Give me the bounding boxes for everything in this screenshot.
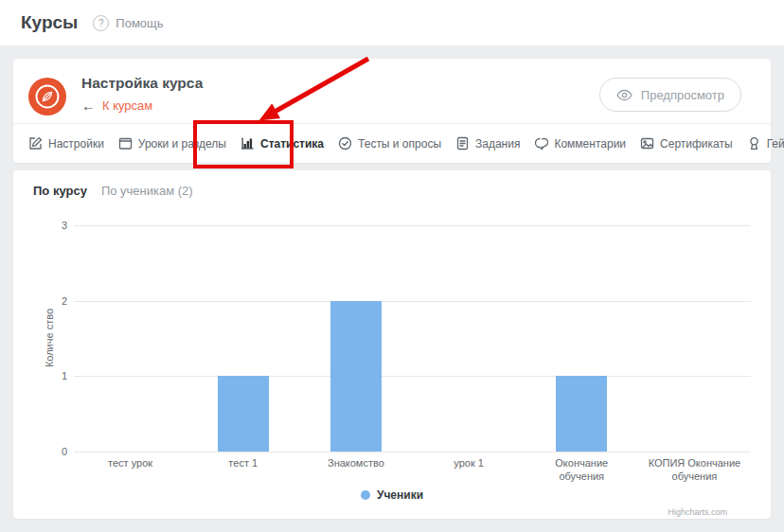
- help-button[interactable]: ? Помощь: [93, 15, 163, 31]
- clipboard-icon: [455, 136, 470, 151]
- course-logo-icon: [28, 78, 66, 115]
- tab-settings[interactable]: Настройки: [28, 136, 104, 151]
- x-axis-label: КОПИЯ Окончание обучения: [638, 456, 751, 483]
- eye-icon: [616, 89, 633, 101]
- gridline: [74, 225, 751, 226]
- course-header-card: Настройка курса ← К курсам Предпросмотр …: [13, 59, 771, 163]
- y-axis-tick: 2: [13, 295, 67, 307]
- y-axis-tick: 1: [13, 370, 67, 381]
- y-axis-title: Количе ство: [44, 295, 55, 381]
- tab-certificates[interactable]: Сертификаты: [640, 136, 733, 151]
- comments-icon: [534, 136, 548, 151]
- tab-label: Комментарии: [554, 137, 626, 151]
- x-axis-label: урок 1: [413, 456, 526, 470]
- chart-bar[interactable]: [330, 301, 382, 452]
- help-icon: ?: [93, 15, 109, 31]
- help-label: Помощь: [116, 16, 163, 30]
- x-axis-label: тест 1: [187, 456, 299, 470]
- x-axis-label: Окончание обучения: [526, 456, 638, 483]
- tab-label: Тесты и опросы: [358, 137, 441, 151]
- preview-button[interactable]: Предпросмотр: [599, 78, 741, 112]
- y-axis-tick: 3: [13, 220, 67, 231]
- statistics-card: По курсу По ученикам (2) Количе ство Уче…: [13, 170, 771, 519]
- course-tabs: Настройки Уроки и разделы Статистика: [13, 124, 771, 163]
- legend-item-students[interactable]: Ученики: [13, 488, 771, 502]
- back-to-courses-link[interactable]: ← К курсам: [81, 98, 152, 114]
- preview-button-label: Предпросмотр: [641, 88, 724, 102]
- tab-tests[interactable]: Тесты и опросы: [338, 136, 441, 151]
- chart-bar[interactable]: [218, 376, 269, 452]
- tab-label: Статистика: [260, 137, 324, 151]
- legend-marker: [361, 490, 370, 500]
- chart-bar[interactable]: [556, 376, 607, 452]
- calendar-icon: [118, 136, 133, 151]
- check-circle-icon: [338, 136, 352, 151]
- x-axis-label: тест урок: [74, 456, 187, 470]
- y-axis-tick: 0: [13, 446, 67, 457]
- page-title: Курсы: [21, 12, 78, 33]
- gridline: [74, 376, 751, 377]
- gridline: [74, 301, 751, 302]
- course-title: Настройка курса: [81, 75, 203, 92]
- tab-lessons[interactable]: Уроки и разделы: [118, 136, 226, 151]
- edit-icon: [28, 136, 43, 151]
- tab-gamification[interactable]: Геймификация: [747, 136, 784, 151]
- bar-chart-icon: [241, 136, 255, 151]
- gridline: [74, 452, 751, 452]
- legend-label: Ученики: [377, 488, 423, 502]
- certificate-icon: [640, 136, 654, 151]
- medal-icon: [747, 136, 761, 151]
- highcharts-credit[interactable]: Highcharts.com: [668, 507, 727, 517]
- tab-label: Сертификаты: [660, 137, 733, 151]
- tab-label: Настройки: [48, 137, 104, 151]
- tab-label: Геймификация: [767, 137, 784, 151]
- tab-label: Задания: [475, 137, 520, 151]
- back-arrow-icon: ←: [81, 98, 96, 114]
- tab-assignments[interactable]: Задания: [455, 136, 520, 151]
- tab-comments[interactable]: Комментарии: [534, 136, 626, 151]
- tab-label: Уроки и разделы: [138, 137, 226, 151]
- chart: Количе ство Ученики Highcharts.com 0123т…: [13, 170, 771, 519]
- tab-statistics[interactable]: Статистика: [241, 136, 324, 151]
- back-link-label: К курсам: [102, 98, 152, 113]
- x-axis-label: Знакомство: [299, 456, 412, 470]
- top-bar: Курсы ? Помощь: [0, 0, 784, 45]
